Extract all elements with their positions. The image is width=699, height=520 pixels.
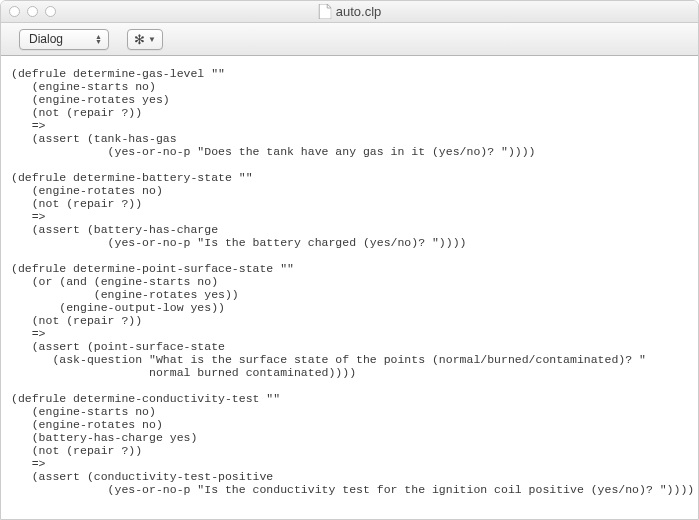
minimize-window-button[interactable] [27,6,38,17]
font-dropdown[interactable]: Dialog ▲ ▼ [19,29,109,50]
toolbar: Dialog ▲ ▼ ✻ ▼ [1,23,698,56]
updown-arrows-icon: ▲ ▼ [95,34,102,44]
title-area: auto.clp [318,4,382,19]
window-title: auto.clp [336,4,382,19]
dropdown-label: Dialog [29,32,63,46]
window-controls [9,6,56,17]
close-window-button[interactable] [9,6,20,17]
app-window: auto.clp Dialog ▲ ▼ ✻ ▼ (defrule determi… [0,0,699,520]
gear-icon: ✻ [134,33,145,46]
code-editor[interactable]: (defrule determine-gas-level "" (engine-… [1,56,698,519]
titlebar: auto.clp [1,1,698,23]
file-icon [318,4,331,19]
settings-menu-button[interactable]: ✻ ▼ [127,29,163,50]
chevron-down-icon: ▼ [148,35,156,44]
zoom-window-button[interactable] [45,6,56,17]
